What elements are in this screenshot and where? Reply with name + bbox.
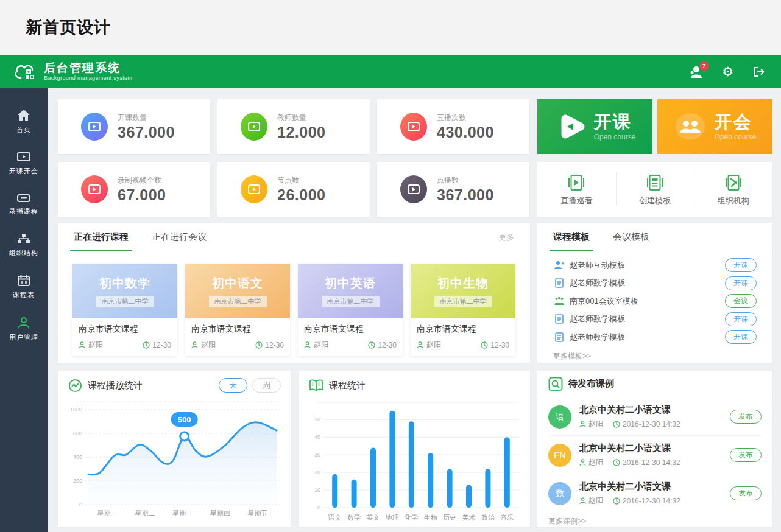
big-button-subtitle: Open course xyxy=(594,133,636,141)
pending-list: 语 北京中关村二小语文课 赵阳 2016-12-30 14:32 发布 EN xyxy=(537,397,772,512)
start-course-button[interactable]: 开课 xyxy=(725,330,757,344)
big-button-label: 开会 xyxy=(715,112,757,132)
clock-icon xyxy=(255,341,263,349)
main-content: 开课数量367.000 教师数量12.000 直播次数430.000 录制视频个… xyxy=(48,88,781,532)
live-patrol-action[interactable]: 直播巡看 xyxy=(537,162,616,217)
template-list: 赵老师互动模板 开课 赵老师数学模板 开课 南京001会议室模板 会议 xyxy=(537,251,772,346)
more-templates-link[interactable]: 更多模板>> xyxy=(537,346,772,362)
teacher-name: 赵阳 xyxy=(426,340,441,350)
svg-text:50: 50 xyxy=(314,416,320,422)
clock-icon xyxy=(481,341,488,349)
pending-lessons-icon xyxy=(548,377,563,391)
logout-button[interactable] xyxy=(753,66,765,77)
course-card[interactable]: 初中生物 南京市第二中学 南京市语文课程 赵阳 12-30 xyxy=(411,264,515,356)
clock-icon xyxy=(368,341,375,349)
logout-icon xyxy=(753,66,765,77)
svg-text:30: 30 xyxy=(314,452,320,458)
course-card-cover: 初中数学 南京市第二中学 xyxy=(72,264,177,318)
stat-label: 录制视频个数 xyxy=(118,175,166,186)
sidebar-item-label: 课程表 xyxy=(13,290,35,299)
create-template-icon xyxy=(645,173,665,192)
publish-button[interactable]: 发布 xyxy=(730,486,762,500)
pending-lesson-row: 数 北京中关村二小语文课 赵阳 2016-12-30 14:32 发布 xyxy=(548,474,762,512)
course-name: 南京市语文课程 xyxy=(191,324,284,335)
tab-meeting-templates[interactable]: 会议模板 xyxy=(613,223,649,251)
svg-text:美术: 美术 xyxy=(462,514,476,521)
teacher-name: 赵阳 xyxy=(201,340,216,350)
sidebar-item-timetable[interactable]: 课程表 xyxy=(0,266,48,308)
settings-button[interactable]: ⚙ xyxy=(722,65,733,78)
tab-ongoing-courses[interactable]: 正在进行课程 xyxy=(74,223,129,251)
live-patrol-icon xyxy=(566,173,587,192)
publish-button[interactable]: 发布 xyxy=(730,448,762,462)
template-name: 赵老师数学模板 xyxy=(570,332,625,343)
recorder-icon xyxy=(17,193,30,203)
stat-card-open-courses: 开课数量367.000 xyxy=(58,99,210,154)
gear-icon: ⚙ xyxy=(722,65,733,78)
subject-avatar: 语 xyxy=(548,405,571,429)
more-courses-link[interactable]: 更多 xyxy=(498,232,514,243)
lesson-datetime: 2016-12-30 14:32 xyxy=(623,420,680,429)
sidebar-item-org-structure[interactable]: 组织结构 xyxy=(0,225,48,266)
stat-label: 开课数量 xyxy=(118,113,175,123)
course-name: 南京市语文课程 xyxy=(304,324,397,335)
more-lessons-link[interactable]: 更多课例>> xyxy=(537,512,772,527)
start-course-button[interactable]: 开课 xyxy=(725,258,757,272)
toggle-week-button[interactable]: 周 xyxy=(252,378,281,393)
open-course-button[interactable]: 开课Open course xyxy=(537,99,652,154)
toggle-day-button[interactable]: 天 xyxy=(219,378,247,393)
start-meeting-button[interactable]: 会议 xyxy=(725,294,757,308)
document-icon xyxy=(553,332,565,342)
start-course-button[interactable]: 开课 xyxy=(725,276,757,290)
org-structure-icon xyxy=(17,233,30,244)
course-date: 12-30 xyxy=(152,341,171,349)
stat-card-vod: 点播数367.000 xyxy=(377,162,529,217)
sidebar-item-classes-meetings[interactable]: 开课开会 xyxy=(0,143,48,184)
create-template-action[interactable]: 创建模板 xyxy=(616,162,694,217)
sidebar-item-user-management[interactable]: 用户管理 xyxy=(0,308,48,351)
tab-course-templates[interactable]: 课程模板 xyxy=(553,223,590,251)
organization-action[interactable]: 组织机构 xyxy=(694,162,772,217)
document-icon xyxy=(553,314,565,324)
sidebar-item-home[interactable]: 首页 xyxy=(0,100,48,143)
play-circle-icon xyxy=(241,113,267,141)
user-notifications-button[interactable]: 7 xyxy=(689,66,702,78)
stat-label: 教师数量 xyxy=(277,113,325,123)
course-card-info: 南京市语文课程 赵阳 12-30 xyxy=(185,318,290,356)
course-card[interactable]: 初中英语 南京市第二中学 南京市语文课程 赵阳 12-30 xyxy=(298,264,403,356)
document-icon xyxy=(553,278,565,288)
open-meeting-button[interactable]: 开会Open course xyxy=(657,99,772,154)
user-icon xyxy=(18,317,30,329)
system-title: 后台管理系统 xyxy=(44,62,132,75)
quick-action-label: 直播巡看 xyxy=(560,195,592,206)
play-circle-icon xyxy=(241,175,267,203)
course-card[interactable]: 初中数学 南京市第二中学 南京市语文课程 赵阳 12-30 xyxy=(72,264,177,356)
sidebar-item-recorded-courses[interactable]: 录播课程 xyxy=(0,184,48,225)
teacher-name: 赵阳 xyxy=(588,495,603,506)
header-actions: 7 ⚙ xyxy=(689,65,765,78)
sidebar-nav: 首页 开课开会 录播课程 组织结构 课程表 用户管理 xyxy=(0,88,48,532)
ongoing-courses-panel: 正在进行课程 正在进行会议 更多 初中数学 南京市第二中学 南京市语文课程 xyxy=(58,223,530,363)
course-name: 南京市语文课程 xyxy=(417,324,509,335)
template-name: 赵老师数学模板 xyxy=(570,278,625,289)
svg-text:语文: 语文 xyxy=(328,514,342,521)
big-button-label: 开课 xyxy=(594,112,636,132)
lesson-datetime: 2016-12-30 14:32 xyxy=(623,458,680,467)
clock-icon xyxy=(613,459,620,466)
publish-button[interactable]: 发布 xyxy=(730,410,762,424)
big-action-buttons: 开课Open course 开会Open course xyxy=(537,99,772,154)
template-row: 赵老师数学模板 开课 xyxy=(553,310,757,329)
stats-row-2: 录制视频个数67.000 节点数26.000 点播数367.000 xyxy=(58,162,530,217)
organization-icon xyxy=(723,173,744,192)
start-course-button[interactable]: 开课 xyxy=(725,312,757,326)
template-row: 赵老师互动模板 开课 xyxy=(553,256,757,275)
course-card[interactable]: 初中语文 南京市第二中学 南京市语文课程 赵阳 12-30 xyxy=(185,264,290,356)
school-badge: 南京市第二中学 xyxy=(322,296,380,307)
sidebar-item-label: 用户管理 xyxy=(9,333,38,342)
tab-ongoing-meetings[interactable]: 正在进行会议 xyxy=(152,223,207,251)
ongoing-tabs: 正在进行课程 正在进行会议 更多 xyxy=(58,223,530,251)
course-date: 12-30 xyxy=(490,341,509,349)
person-icon xyxy=(417,341,423,349)
play-circle-icon xyxy=(81,113,108,141)
teacher-name: 赵阳 xyxy=(314,340,328,350)
